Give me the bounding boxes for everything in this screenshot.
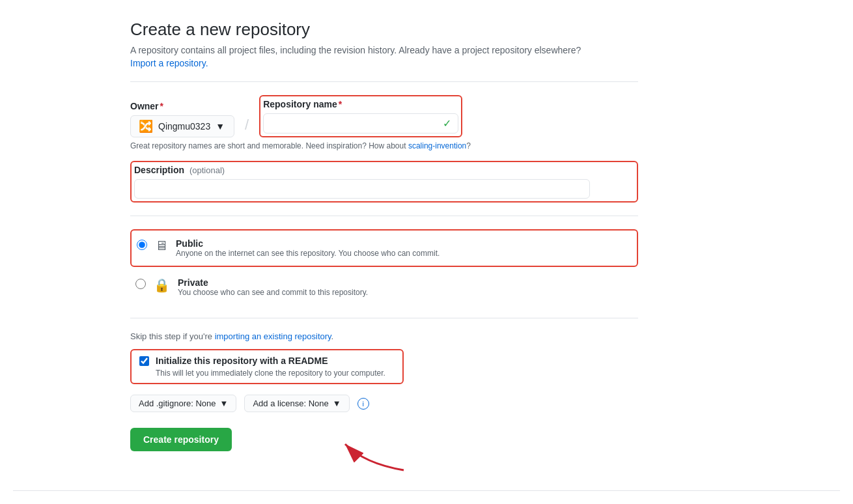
init-label: Initialize this repository with a README [156, 356, 328, 366]
gitignore-label: Add .gitignore: None [139, 399, 216, 408]
owner-label: Owner* [130, 101, 234, 111]
create-repository-button[interactable]: Create repository [130, 428, 232, 451]
dropdown-arrow-icon: ▼ [216, 121, 225, 132]
gitignore-dropdown-icon: ▼ [220, 399, 229, 408]
public-radio[interactable] [137, 240, 147, 250]
check-icon: ✓ [443, 117, 451, 130]
page-subtitle: A repository contains all project files,… [130, 45, 638, 55]
repo-name-input-wrapper: Qingmu0323.github.io ✓ [263, 113, 458, 133]
footer: © 2020 GitHub, Inc. Terms Privacy Securi… [13, 490, 840, 504]
description-input[interactable]: 个人网站 [134, 179, 590, 199]
init-checkbox[interactable] [139, 356, 149, 366]
import-link[interactable]: Import a repository. [130, 58, 208, 68]
owner-value: Qingmu0323 [158, 121, 210, 132]
public-icon: 🖥 [155, 238, 168, 253]
private-icon: 🔒 [154, 277, 170, 293]
repo-name-input[interactable]: Qingmu0323.github.io [270, 119, 438, 129]
private-radio[interactable] [135, 279, 146, 289]
public-desc: Anyone on the internet can see this repo… [176, 249, 440, 258]
page-title: Create a new repository [130, 20, 638, 40]
visibility-section: 🖥 Public Anyone on the internet can see … [130, 229, 638, 305]
description-label: Description (optional) [134, 165, 634, 175]
owner-select[interactable]: 🔀 Qingmu0323 ▼ [130, 115, 234, 137]
repo-name-label: Repository name* [263, 99, 458, 109]
license-label: Add a license: None [253, 399, 328, 408]
private-label: Private [178, 277, 368, 288]
license-dropdown-icon: ▼ [333, 399, 341, 408]
owner-icon: 🔀 [139, 119, 153, 133]
init-section: Initialize this repository with a README… [130, 349, 404, 384]
private-desc: You choose who can see and commit to thi… [178, 288, 368, 297]
info-icon[interactable]: i [357, 398, 369, 410]
suggestion-link[interactable]: scaling-invention [408, 141, 466, 150]
visibility-option-private[interactable]: 🔒 Private You choose who can see and com… [130, 270, 638, 305]
extras-row: Add .gitignore: None ▼ Add a license: No… [130, 395, 638, 412]
gitignore-dropdown[interactable]: Add .gitignore: None ▼ [130, 395, 236, 412]
red-arrow [339, 425, 417, 477]
description-group: Description (optional) 个人网站 [130, 161, 638, 203]
public-label: Public [176, 238, 440, 249]
visibility-option-public[interactable]: 🖥 Public Anyone on the internet can see … [130, 229, 638, 267]
license-dropdown[interactable]: Add a license: None ▼ [244, 395, 349, 412]
suggestion-text: Great repository names are short and mem… [130, 141, 638, 150]
importing-link[interactable]: importing an existing repository [215, 331, 331, 341]
repo-name-group: Repository name* Qingmu0323.github.io ✓ [259, 95, 462, 137]
skip-notice: Skip this step if you're importing an ex… [130, 331, 638, 341]
init-desc: This will let you immediately clone the … [156, 369, 395, 378]
slash-separator: / [245, 117, 249, 137]
